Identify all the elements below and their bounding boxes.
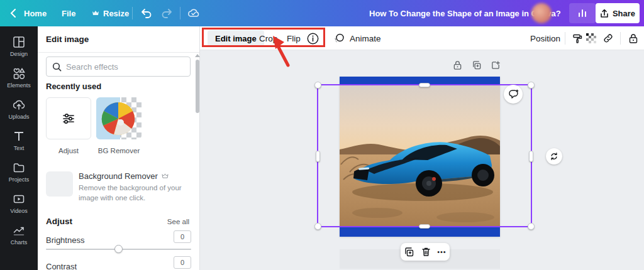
sidebar-item-label: Elements	[7, 82, 31, 89]
selection-handle-bottom[interactable]	[419, 224, 430, 229]
elements-icon	[12, 67, 26, 80]
brightness-slider-handle[interactable]	[114, 245, 123, 253]
crop-button[interactable]: Crop	[259, 26, 277, 50]
link-button[interactable]	[602, 26, 614, 50]
search-effects-input[interactable]	[66, 62, 184, 72]
selection-box[interactable]	[317, 84, 532, 227]
text-icon	[12, 129, 26, 143]
undo-button[interactable]	[141, 0, 152, 26]
topbar-divider	[132, 7, 133, 19]
background-remover-thumbnail[interactable]	[46, 171, 73, 197]
selection-handle-bottom-right[interactable]	[528, 223, 535, 230]
beach-ball-graphic	[100, 100, 136, 137]
cloud-saved-indicator	[187, 0, 200, 26]
paint-roller-icon	[572, 33, 583, 44]
info-button[interactable]	[307, 26, 319, 50]
sync-arrows-icon	[550, 152, 558, 161]
canvas-area[interactable]: •••	[200, 50, 644, 270]
position-button[interactable]: Position	[530, 26, 560, 50]
sidebar-item-projects[interactable]: Projects	[0, 156, 38, 187]
comment-button[interactable]	[504, 85, 523, 104]
see-all-link[interactable]: See all	[167, 218, 189, 225]
animate-icon	[333, 33, 345, 44]
back-button[interactable]	[10, 0, 16, 26]
sidebar-item-label: Videos	[10, 208, 27, 214]
flip-button[interactable]: Flip	[287, 26, 301, 50]
recent-effect-adjust[interactable]	[46, 97, 91, 139]
contrast-value-input[interactable]	[174, 256, 191, 269]
scrollbar-up-arrow[interactable]	[195, 54, 200, 57]
recent-item-label: BG Remover	[96, 147, 142, 154]
comment-plus-icon	[508, 89, 519, 99]
search-icon	[52, 62, 62, 72]
recently-used-heading: Recently used	[46, 82, 101, 91]
more-options-button[interactable]: •••	[437, 248, 447, 256]
page-actions	[453, 60, 501, 70]
contrast-label: Contrast	[46, 262, 77, 270]
bar-chart-icon	[577, 8, 587, 18]
sidebar-item-label: Uploads	[8, 114, 29, 120]
canva-editor: Home File Resize How To Change the Shape…	[0, 0, 644, 270]
crop-button-label: Crop	[259, 34, 277, 43]
selection-handle-top-right[interactable]	[528, 82, 535, 89]
page-blue-strip-bottom[interactable]	[340, 227, 500, 237]
duplicate-element-icon[interactable]	[404, 247, 414, 257]
flip-rotate-handle[interactable]	[546, 148, 562, 165]
topbar-divider	[180, 7, 180, 19]
panel-scrollbar[interactable]	[196, 60, 199, 113]
insights-button[interactable]	[569, 3, 596, 23]
add-page-icon[interactable]	[491, 60, 501, 70]
top-bar: Home File Resize How To Change the Shape…	[0, 0, 644, 26]
selection-handle-top-left[interactable]	[314, 82, 321, 89]
share-button[interactable]: Share	[596, 3, 640, 23]
lock-page-icon[interactable]	[453, 60, 462, 70]
adjust-section-heading: Adjust	[46, 217, 72, 226]
menu-home[interactable]: Home	[24, 0, 47, 26]
animate-button-label: Animate	[350, 34, 381, 43]
selection-handle-left[interactable]	[316, 151, 320, 162]
sidebar-item-charts[interactable]: Charts	[0, 219, 38, 250]
sidebar-item-elements[interactable]: Elements	[0, 62, 38, 93]
recent-effect-bg-remover[interactable]	[96, 97, 142, 139]
selection-handle-top[interactable]	[419, 83, 430, 87]
delete-element-icon[interactable]	[421, 247, 431, 257]
side-rail: Design Elements Uploads Text Projects Vi…	[0, 26, 38, 270]
menu-file[interactable]: File	[62, 0, 75, 26]
styles-button[interactable]	[572, 26, 583, 50]
sidebar-item-videos[interactable]: Videos	[0, 187, 38, 219]
edit-image-tab[interactable]: Edit image	[208, 30, 264, 46]
back-chevron-icon	[10, 9, 16, 18]
sidebar-item-uploads[interactable]: Uploads	[0, 93, 38, 124]
selection-handle-bottom-left[interactable]	[314, 223, 321, 230]
animate-button[interactable]: Animate	[333, 26, 381, 50]
sidebar-item-label: Text	[14, 145, 25, 151]
context-toolbar: Edit image Crop Flip Animate Position	[200, 26, 644, 50]
toolbar-divider	[620, 32, 621, 45]
sliders-icon	[60, 111, 77, 127]
charts-icon	[12, 224, 26, 237]
duplicate-page-icon[interactable]	[472, 60, 482, 70]
sidebar-item-design[interactable]: Design	[0, 30, 38, 62]
selection-handle-right[interactable]	[529, 151, 533, 162]
recent-item-label: Adjust	[46, 147, 91, 154]
sidebar-item-label: Charts	[11, 239, 28, 246]
redo-button[interactable]	[161, 0, 172, 26]
background-remover-item[interactable]: Background Remover	[79, 171, 169, 181]
background-remover-title: Background Remover	[79, 171, 158, 181]
background-remover-description: Remove the background of your image with…	[79, 183, 192, 203]
design-icon	[12, 35, 26, 49]
search-effects-box[interactable]	[46, 57, 191, 77]
crown-icon	[162, 173, 169, 179]
lock-button[interactable]	[628, 26, 638, 50]
menu-resize[interactable]: Resize	[92, 0, 129, 26]
brightness-value-input[interactable]	[174, 230, 191, 243]
info-icon	[307, 33, 319, 45]
transparency-button[interactable]	[586, 26, 596, 50]
sidebar-item-label: Projects	[9, 176, 30, 183]
menu-file-label: File	[62, 9, 75, 18]
redo-icon	[161, 8, 172, 18]
avatar[interactable]	[531, 3, 552, 23]
sidebar-item-text[interactable]: Text	[0, 124, 38, 156]
folder-icon	[12, 161, 26, 175]
undo-icon	[141, 8, 152, 18]
